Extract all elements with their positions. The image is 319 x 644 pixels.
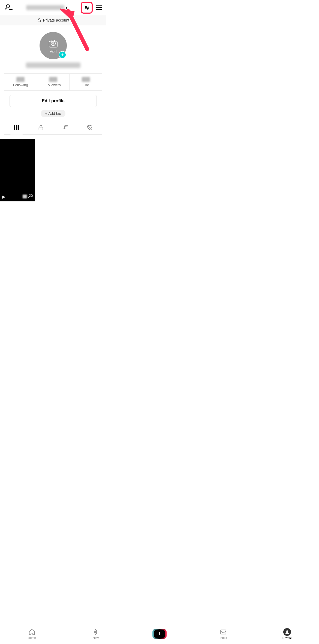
heart-icon [87, 124, 93, 130]
svg-point-9 [52, 42, 54, 44]
view-count [23, 195, 27, 198]
tab-liked[interactable] [78, 121, 102, 134]
tab-repost[interactable] [53, 121, 78, 134]
avatar-add-label: Add [50, 49, 57, 54]
tab-private[interactable] [29, 121, 53, 134]
play-icon: ▶ [2, 194, 5, 200]
top-navigation: ▾ 0g [0, 0, 106, 15]
followers-count [49, 77, 57, 82]
add-user-icon[interactable] [4, 3, 13, 12]
avatar-wrapper: Add + [40, 32, 67, 59]
username-display [26, 5, 64, 10]
followers-label: Followers [46, 83, 61, 87]
svg-point-15 [29, 195, 31, 196]
edit-profile-button[interactable]: Edit profile [10, 95, 97, 107]
stats-row: Following Followers Like [4, 73, 102, 91]
likes-count [82, 77, 90, 82]
likes-label: Like [83, 83, 89, 87]
svg-point-16 [31, 195, 33, 196]
creator-icon: 0g [82, 3, 92, 13]
private-account-banner: Private account [0, 15, 106, 25]
followers-stat[interactable]: Followers [37, 74, 70, 90]
profile-section: Add + Following Followers Like Edit prof… [0, 25, 106, 139]
svg-rect-12 [18, 125, 19, 130]
following-count [16, 77, 25, 82]
svg-rect-11 [16, 125, 17, 130]
video-thumbnail[interactable]: ▶ [0, 139, 35, 201]
profile-tabs [4, 121, 102, 135]
lock-icon [37, 18, 41, 22]
grid-icon [14, 124, 20, 130]
dropdown-arrow[interactable]: ▾ [65, 5, 68, 10]
nav-right: 0g [81, 2, 102, 14]
profile-username [26, 62, 80, 68]
repost-icon [62, 124, 68, 130]
add-bio-button[interactable]: + Add bio [41, 110, 66, 117]
svg-point-0 [6, 5, 10, 8]
svg-rect-6 [38, 20, 40, 22]
following-stat[interactable]: Following [4, 74, 37, 90]
nav-center: ▾ [13, 5, 81, 10]
camera-icon [48, 37, 59, 48]
following-label: Following [13, 83, 28, 87]
private-account-label: Private account [43, 18, 70, 22]
add-photo-badge[interactable]: + [59, 51, 66, 59]
tab-grid[interactable] [4, 121, 29, 134]
video-grid: ▶ [0, 139, 106, 201]
nav-left [4, 3, 13, 12]
creator-tools-button[interactable]: 0g [81, 2, 93, 14]
lock-tab-icon [38, 124, 44, 130]
likes-stat[interactable]: Like [70, 74, 102, 90]
menu-button[interactable] [96, 5, 102, 10]
collab-icon [28, 193, 34, 200]
svg-rect-13 [39, 127, 43, 130]
svg-rect-10 [14, 125, 15, 130]
